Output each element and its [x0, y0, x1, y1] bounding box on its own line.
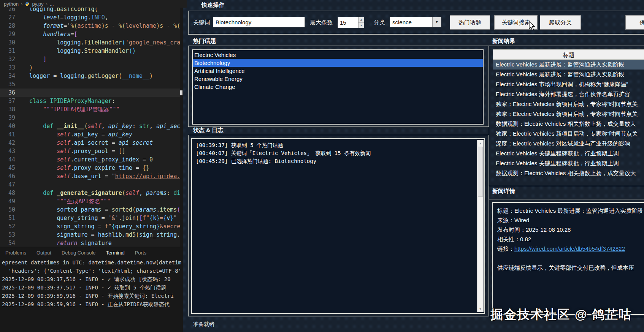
- code-line[interactable]: 29 handlers=[: [0, 30, 180, 38]
- max-count-input[interactable]: [338, 17, 358, 28]
- code-line[interactable]: 34logger = logging.getLogger(__name__): [0, 72, 180, 80]
- quickops-title: 快速操作: [201, 2, 224, 9]
- code-text: handlers=[: [29, 30, 77, 38]
- code-line[interactable]: 45 self.proxy_expire_time = {}: [0, 164, 180, 172]
- log-groupbox: [188, 135, 489, 316]
- code-text: def __init__(self, api_key: str, api_sec…: [29, 122, 183, 130]
- breadcrumb-more[interactable]: ...: [50, 1, 54, 7]
- code-line[interactable]: 30 logging.FileHandler('google_news_craw…: [0, 38, 180, 47]
- spin-up-icon[interactable]: ▲: [358, 17, 364, 23]
- status-bar: 准备就绪: [193, 321, 214, 328]
- news-row[interactable]: Electric Vehicles 海外部署提速，合作伙伴名单再扩容: [493, 89, 644, 99]
- code-line[interactable]: 32 ]: [0, 55, 180, 63]
- code-text: self.proxy_pool = []: [29, 147, 125, 155]
- code-line[interactable]: 28 format='%(asctime)s - %(levelname)s -…: [0, 22, 180, 30]
- tab-output[interactable]: Output: [36, 250, 51, 256]
- code-text: signature = hashlib.md5(sign_string.en: [29, 231, 183, 239]
- crawl-category-button[interactable]: 爬取分类: [540, 15, 581, 30]
- line-number: 33: [0, 63, 15, 72]
- max-count-label: 最大条数: [310, 19, 333, 26]
- code-text: self.api_secret = api_secret: [29, 139, 153, 147]
- code-text: ): [29, 63, 33, 72]
- terminal-line: 2025-12-09 00:39:59,916 - INFO - 正在从IPID…: [0, 300, 183, 308]
- code-line[interactable]: 48 def _generate_signature(self, params:…: [0, 189, 180, 197]
- code-area[interactable]: 26logging.basicConfig(27 level=logging.I…: [0, 8, 183, 247]
- news-row[interactable]: Electric Vehicles 关键里程碑获批，行业预期上调: [493, 158, 644, 168]
- terminal-output[interactable]: epresent datetimes in UTC: datetime.date…: [0, 258, 183, 332]
- code-line[interactable]: 27 level=logging.INFO,: [0, 13, 180, 22]
- max-count-stepper[interactable]: ▲ ▼: [338, 17, 364, 28]
- code-line[interactable]: 52 sign_string = f"{query_string}&secret…: [0, 222, 180, 231]
- news-table-header: 标题: [493, 49, 644, 60]
- chevron-down-icon[interactable]: ▼: [432, 17, 441, 27]
- code-line[interactable]: 49 """生成API签名""": [0, 197, 180, 206]
- code-line[interactable]: 43 self.proxy_pool = []: [0, 147, 180, 155]
- category-label: 分类: [374, 19, 385, 26]
- news-row[interactable]: 数据观测：Electric Vehicles 相关指数上扬，成交量放大: [493, 168, 644, 178]
- line-number: 40: [0, 122, 15, 130]
- keyword-label: 关键词: [193, 19, 210, 26]
- vscode-editor: python › py.py › ... 26logging.basicConf…: [0, 0, 183, 332]
- breadcrumb[interactable]: python › py.py › ...: [0, 0, 187, 8]
- tab-ports[interactable]: Ports: [135, 250, 146, 256]
- line-number: 52: [0, 222, 15, 231]
- code-text: """IPIDEA代理IP管理器""": [29, 105, 120, 114]
- code-line[interactable]: 47: [0, 180, 180, 189]
- news-title: 新闻结果: [492, 38, 515, 45]
- news-row[interactable]: Electric Vehicles 最新进展：监管沟通进入实质阶段: [493, 60, 644, 70]
- code-line[interactable]: 42 self.api_secret = api_secret: [0, 139, 180, 147]
- news-table[interactable]: 标题 Electric Vehicles 最新进展：监管沟通进入实质阶段Elec…: [493, 49, 644, 178]
- tab-terminal[interactable]: Terminal: [106, 250, 125, 256]
- news-row[interactable]: Electric Vehicles 关键里程碑获批，行业预期上调: [493, 149, 644, 158]
- code-line[interactable]: 46 self.base_url = "https://api.ipidea.n…: [0, 172, 180, 180]
- screenshot-root: python › py.py › ... 26logging.basicConf…: [0, 0, 644, 332]
- code-line[interactable]: 33): [0, 63, 180, 72]
- tab-problems[interactable]: Problems: [5, 250, 26, 256]
- code-line[interactable]: 37class IPIDEAProxyManager:: [0, 97, 180, 105]
- spin-down-icon[interactable]: ▼: [358, 23, 364, 28]
- code-line[interactable]: 39: [0, 114, 180, 122]
- category-select[interactable]: science ▼: [390, 17, 441, 27]
- code-line[interactable]: 36: [0, 89, 180, 97]
- news-row[interactable]: 独家：Electric Vehicles 新项目启动，专家称“时间节点关: [493, 99, 644, 109]
- code-line[interactable]: 41 self.api_key = api_key: [0, 130, 180, 139]
- code-line[interactable]: 35: [0, 80, 180, 89]
- code-line[interactable]: 38 """IPIDEA代理IP管理器""": [0, 105, 180, 114]
- line-number: 28: [0, 22, 15, 30]
- code-text: return signature: [29, 239, 112, 247]
- breadcrumb-file[interactable]: py.py: [32, 1, 43, 7]
- hot-topics-button[interactable]: 热门话题: [450, 15, 490, 30]
- breadcrumb-folder[interactable]: python: [4, 1, 19, 7]
- topics-groupbox: [188, 46, 489, 127]
- code-line[interactable]: 50 sorted_params = sorted(params.items()…: [0, 206, 180, 214]
- category-value: science: [390, 19, 432, 25]
- code-line[interactable]: 51 query_string = '&'.join([f"{k}={v}" f…: [0, 214, 180, 222]
- code-text: ]: [29, 55, 46, 63]
- terminal-line: 2025-12-09 00:39:37,516 - INFO - ✓ 请求成功 …: [0, 275, 183, 283]
- detail-groupbox: [489, 199, 644, 317]
- news-row[interactable]: Electric Vehicles 最新进展：监管沟通进入实质阶段: [493, 70, 644, 79]
- line-number: 29: [0, 30, 15, 38]
- code-text: self.proxy_expire_time = {}: [29, 164, 149, 172]
- keyword-input[interactable]: [213, 17, 305, 27]
- code-line[interactable]: 31 logging.StreamHandler(): [0, 47, 180, 55]
- line-number: 35: [0, 80, 15, 89]
- news-row[interactable]: 深度：Electric Vehicles 对区域就业与产业升级的影响: [493, 139, 644, 149]
- python-icon: [25, 2, 30, 6]
- save-button-partial[interactable]: 保存: [625, 15, 644, 30]
- code-line[interactable]: 54 return signature: [0, 239, 180, 247]
- news-row[interactable]: 独家：Electric Vehicles 新项目启动，专家称“时间节点关: [493, 129, 644, 139]
- code-line[interactable]: 26logging.basicConfig(: [0, 8, 180, 13]
- code-line[interactable]: 53 signature = hashlib.md5(sign_string.e…: [0, 231, 180, 239]
- line-number: 34: [0, 72, 15, 80]
- news-row[interactable]: 数据观测：Electric Vehicles 相关指数上扬，成交量放大: [493, 119, 644, 129]
- code-text: logging.StreamHandler(): [29, 47, 136, 55]
- tab-debug-console[interactable]: Debug Console: [62, 250, 96, 256]
- code-text: self.api_key = api_key: [29, 130, 132, 139]
- news-row[interactable]: Electric Vehicles 市场出现回调，机构称为“健康降温”: [493, 79, 644, 89]
- line-number: 32: [0, 55, 15, 63]
- code-line[interactable]: 40 def __init__(self, api_key: str, api_…: [0, 122, 180, 130]
- news-row[interactable]: 独家：Electric Vehicles 新项目启动，专家称“时间节点关: [493, 109, 644, 119]
- editor-scroll-gutter[interactable]: [180, 8, 183, 247]
- code-line[interactable]: 44 self.current_proxy_index = 0: [0, 155, 180, 164]
